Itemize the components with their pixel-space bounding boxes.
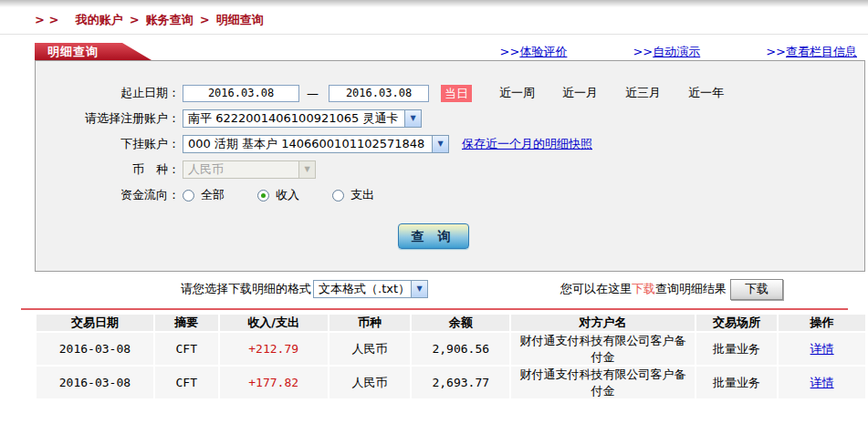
register-account-select[interactable]: 南平 6222001406100921065 灵通卡 ▼ [183, 109, 422, 128]
cell-currency: 人民币 [329, 333, 411, 365]
col-header-venue: 交易场所 [696, 315, 778, 331]
register-account-label: 请选择注册账户： [36, 110, 180, 127]
cell-amount: +212.79 [220, 333, 328, 365]
breadcrumb-item[interactable]: 明细查询 [216, 13, 264, 26]
cell-counterparty: 财付通支付科技有限公司客户备付金 [511, 367, 694, 398]
radio-icon[interactable] [257, 190, 269, 202]
date-from-input[interactable] [183, 85, 299, 102]
breadcrumb-separator: > [130, 13, 140, 26]
radio-icon[interactable] [332, 190, 344, 202]
flow-option-label: 支出 [350, 187, 374, 203]
breadcrumb: > > 我的账户>账务查询>明细查询 [0, 7, 868, 32]
detail-link[interactable]: 详情 [810, 376, 834, 389]
tab-detail-query[interactable]: 明细查询 [35, 43, 155, 60]
link-arrows: >> [500, 45, 520, 58]
table-header-row: 交易日期 摘要 收入/支出 币种 余额 对方户名 交易场所 操作 [37, 315, 865, 331]
chevron-down-icon[interactable]: ▼ [411, 281, 427, 297]
fund-flow-label: 资金流向： [36, 187, 180, 203]
cell-action: 详情 [779, 367, 865, 398]
link-arrows: >> [766, 45, 786, 58]
cell-balance: 2,693.77 [412, 367, 509, 398]
detail-link[interactable]: 详情 [810, 342, 834, 356]
flow-radio-option[interactable]: 支出 [332, 187, 374, 203]
download-format-label: 请您选择下载明细的格式 [181, 281, 311, 297]
quick-range-link[interactable]: 近一周 [499, 86, 535, 99]
breadcrumb-item[interactable]: 账务查询 [146, 13, 193, 26]
date-range-row: 起止日期： — 当日 近一周近一月近三月近一年 [36, 80, 864, 106]
table-row: 2016-03-08 CFT +177.82 人民币 2,693.77 财付通支… [37, 367, 865, 398]
hint-text-after: 查询明细结果 [655, 282, 727, 295]
cell-venue: 批量业务 [696, 367, 778, 398]
cell-date: 2016-03-08 [37, 333, 153, 365]
hint-text-before: 您可以在这里 [560, 282, 632, 295]
table-row: 2016-03-08 CFT +212.79 人民币 2,906.56 财付通支… [37, 333, 865, 365]
top-gradient-bar [0, 0, 868, 7]
cell-summary: CFT [155, 333, 218, 365]
flow-radio-option[interactable]: 收入 [257, 187, 299, 203]
col-header-amount: 收入/支出 [220, 315, 328, 331]
currency-label: 币 种： [36, 161, 180, 178]
date-to-input[interactable] [329, 85, 429, 102]
snapshot-link[interactable]: 保存近一个月的明细快照 [462, 136, 592, 152]
fund-flow-row: 资金流向： 全部收入支出 [36, 182, 864, 208]
quick-range-link[interactable]: 近三月 [625, 86, 661, 99]
cell-action: 详情 [779, 333, 865, 365]
breadcrumb-item[interactable]: 我的账户 [76, 13, 123, 26]
cell-amount: +177.82 [220, 367, 328, 398]
date-dash: — [307, 87, 319, 100]
breadcrumb-prefix: > > [35, 13, 58, 26]
chevron-down-icon: ▼ [298, 161, 315, 178]
link-label: 自动演示 [653, 45, 700, 58]
sub-account-row: 下挂账户： 000 活期 基本户 1406600101102571848 ▼ 保… [36, 131, 864, 157]
link-arrows: >> [633, 45, 653, 58]
download-hint: 您可以在这里下载查询明细结果 [560, 281, 727, 297]
col-header-summary: 摘要 [155, 315, 218, 331]
sub-account-label: 下挂账户： [36, 136, 180, 152]
col-header-balance: 余额 [412, 315, 509, 331]
query-form-panel: 起止日期： — 当日 近一周近一月近三月近一年 请选择注册账户： 南平 6222… [35, 60, 865, 272]
col-header-counterparty: 对方户名 [511, 315, 694, 331]
chevron-down-icon[interactable]: ▼ [404, 110, 421, 127]
flow-radio-option[interactable]: 全部 [183, 187, 225, 203]
register-account-row: 请选择注册账户： 南平 6222001406100921065 灵通卡 ▼ [36, 106, 864, 131]
currency-row: 币 种： 人民币 ▼ [36, 157, 864, 182]
chevron-down-icon[interactable]: ▼ [432, 136, 448, 152]
header-link[interactable]: >>查看栏目信息 [766, 44, 857, 60]
divider-line [0, 34, 868, 35]
header-links: >>体验评价>>自动演示>>查看栏目信息 [500, 44, 868, 60]
download-format-select[interactable]: 文本格式（.txt） ▼ [313, 280, 428, 298]
cell-balance: 2,906.56 [412, 333, 509, 365]
cell-counterparty: 财付通支付科技有限公司客户备付金 [511, 333, 694, 365]
col-header-date: 交易日期 [37, 315, 153, 331]
download-row: 请您选择下载明细的格式 文本格式（.txt） ▼ 您可以在这里下载查询明细结果 … [0, 278, 868, 300]
link-label: 体验评价 [519, 45, 567, 58]
today-badge[interactable]: 当日 [441, 85, 472, 102]
sub-account-select[interactable]: 000 活期 基本户 1406600101102571848 ▼ [183, 135, 449, 153]
quick-range-link[interactable]: 近一年 [688, 86, 724, 99]
link-label: 查看栏目信息 [786, 45, 857, 58]
currency-value: 人民币 [188, 161, 224, 178]
register-account-value: 南平 6222001406100921065 灵通卡 [188, 110, 398, 127]
hint-download-link[interactable]: 下载 [632, 282, 655, 295]
flow-option-label: 全部 [201, 187, 225, 203]
breadcrumb-separator: > [200, 13, 210, 26]
currency-select: 人民币 ▼ [183, 160, 316, 179]
red-divider [21, 308, 848, 310]
radio-icon[interactable] [183, 190, 194, 202]
header-link[interactable]: >>体验评价 [500, 44, 568, 60]
date-range-label: 起止日期： [36, 85, 180, 101]
cell-summary: CFT [155, 367, 218, 398]
section-header: 明细查询 >>体验评价>>自动演示>>查看栏目信息 [0, 43, 868, 60]
col-header-currency: 币种 [329, 315, 411, 331]
cell-currency: 人民币 [329, 367, 411, 398]
download-format-value: 文本格式（.txt） [319, 281, 410, 297]
transactions-table: 交易日期 摘要 收入/支出 币种 余额 对方户名 交易场所 操作 2016-03… [35, 313, 867, 400]
flow-option-label: 收入 [276, 187, 299, 203]
header-link[interactable]: >>自动演示 [633, 44, 700, 60]
cell-date: 2016-03-08 [37, 367, 153, 398]
query-button[interactable]: 查 询 [398, 223, 469, 249]
cell-venue: 批量业务 [696, 333, 778, 365]
download-button[interactable]: 下载 [730, 279, 783, 300]
col-header-action: 操作 [779, 315, 865, 331]
quick-range-link[interactable]: 近一月 [562, 86, 598, 99]
